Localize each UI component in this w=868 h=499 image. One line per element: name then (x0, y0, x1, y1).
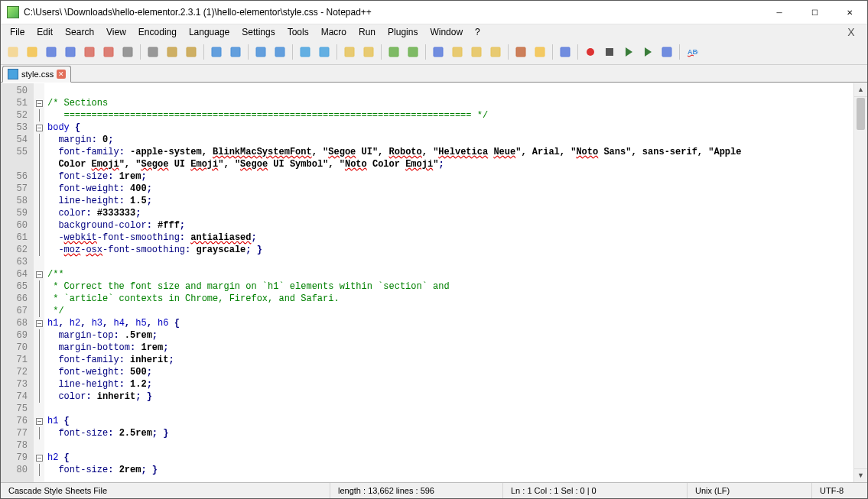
word-wrap-icon[interactable] (385, 43, 403, 61)
code-line[interactable]: font-family: inherit; (47, 354, 853, 366)
code-line[interactable]: h1, h2, h3, h4, h5, h6 { (47, 317, 853, 329)
code-line[interactable]: margin-bottom: 1rem; (47, 342, 853, 354)
replace-icon[interactable] (271, 43, 289, 61)
zoom-out-icon[interactable] (315, 43, 333, 61)
svg-rect-18 (389, 47, 398, 57)
record-macro-icon[interactable] (581, 43, 600, 61)
code-line[interactable]: ========================================… (47, 109, 853, 122)
code-line[interactable]: line-height: 1.2; (47, 378, 853, 390)
copy-icon[interactable] (163, 43, 181, 61)
minimize-button[interactable]: ─ (762, 1, 797, 24)
menu-edit[interactable]: Edit (31, 25, 59, 39)
status-encoding[interactable]: UTF-8 (812, 483, 868, 498)
fold-toggle-icon[interactable] (34, 122, 44, 134)
menu-plugins[interactable]: Plugins (382, 25, 424, 39)
cut-icon[interactable] (144, 43, 162, 61)
fold-toggle-icon[interactable] (34, 268, 44, 280)
code-line[interactable]: background-color: #fff; (47, 219, 853, 232)
code-line[interactable]: -webkit-font-smoothing: antialiased; (47, 232, 853, 244)
vertical-scrollbar[interactable]: ▲ ▼ (853, 83, 867, 482)
code-line[interactable]: margin: 0; (47, 134, 853, 146)
code-line[interactable]: font-size: 1rem; (47, 170, 853, 183)
file-tab[interactable]: style.css ✕ (2, 66, 71, 83)
code-line[interactable] (47, 403, 853, 415)
play-multi-icon[interactable] (639, 43, 657, 61)
folder-icon[interactable] (531, 43, 549, 61)
menu-help[interactable]: ? (469, 25, 486, 39)
play-macro-icon[interactable] (619, 43, 638, 61)
secondary-close-button[interactable]: X (840, 26, 867, 38)
open-file-icon[interactable] (23, 43, 41, 61)
stop-macro-icon[interactable] (600, 43, 619, 61)
menu-language[interactable]: Language (183, 25, 236, 39)
code-line[interactable]: font-family: -apple-system, BlinkMacSyst… (47, 146, 853, 170)
paste-icon[interactable] (182, 43, 200, 61)
menu-settings[interactable]: Settings (236, 25, 281, 39)
code-line[interactable]: font-size: 2rem; } (47, 464, 853, 476)
code-line[interactable]: * `article` contexts in Chrome, Firefox,… (47, 293, 853, 305)
code-line[interactable]: body { (47, 122, 853, 134)
fold-toggle-icon[interactable] (34, 317, 44, 329)
sync-h-icon[interactable] (359, 43, 378, 61)
spellcheck-icon[interactable]: ABC (683, 43, 701, 61)
code-line[interactable]: line-height: 1.5; (47, 195, 853, 207)
code-line[interactable]: color: #333333; (47, 207, 853, 219)
sync-v-icon[interactable] (340, 43, 359, 61)
menu-view[interactable]: View (100, 25, 132, 39)
save-icon[interactable] (42, 43, 60, 61)
zoom-in-icon[interactable] (296, 43, 314, 61)
fold-toggle-icon[interactable] (34, 415, 44, 427)
code-line[interactable]: h2 { (47, 452, 853, 464)
scroll-up-icon[interactable]: ▲ (854, 83, 867, 97)
svg-text:ABC: ABC (688, 48, 698, 56)
close-all-icon[interactable] (99, 43, 118, 61)
code-line[interactable]: color: inherit; } (47, 390, 853, 403)
menu-run[interactable]: Run (353, 25, 382, 39)
code-line[interactable]: font-weight: 400; (47, 183, 853, 195)
user-lang-icon[interactable] (448, 43, 467, 61)
scrollbar-thumb[interactable] (857, 98, 865, 130)
monitor-icon[interactable] (556, 43, 574, 61)
code-line[interactable] (47, 85, 853, 97)
menu-encoding[interactable]: Encoding (132, 25, 183, 39)
fold-empty (34, 256, 44, 268)
close-icon[interactable] (80, 43, 99, 61)
doc-list-icon[interactable] (486, 43, 505, 61)
code-line[interactable] (47, 256, 853, 268)
window-controls: ─ ☐ ✕ (762, 1, 867, 24)
menu-tools[interactable]: Tools (281, 25, 315, 39)
code-line[interactable]: font-weight: 500; (47, 366, 853, 378)
redo-icon[interactable] (226, 43, 245, 61)
find-icon[interactable] (252, 43, 270, 61)
maximize-button[interactable]: ☐ (797, 1, 832, 24)
print-icon[interactable] (119, 43, 137, 61)
code-line[interactable]: * Correct the font size and margin on `h… (47, 280, 853, 293)
menu-search[interactable]: Search (59, 25, 100, 39)
code-line[interactable] (47, 439, 853, 452)
code-editor[interactable]: /* Sections ============================… (44, 83, 853, 482)
fold-toggle-icon[interactable] (34, 97, 44, 109)
show-all-chars-icon[interactable] (404, 43, 422, 61)
code-line[interactable]: -moz-osx-font-smoothing: grayscale; } (47, 244, 853, 256)
code-line[interactable]: font-size: 2.5rem; } (47, 427, 853, 439)
doc-map-icon[interactable] (467, 43, 486, 61)
code-line[interactable]: h1 { (47, 415, 853, 427)
undo-icon[interactable] (207, 43, 226, 61)
menu-macro[interactable]: Macro (315, 25, 353, 39)
code-line[interactable]: /** (47, 268, 853, 280)
scroll-down-icon[interactable]: ▼ (854, 468, 867, 482)
function-list-icon[interactable] (512, 43, 530, 61)
code-line[interactable]: /* Sections (47, 97, 853, 109)
save-all-icon[interactable] (61, 43, 80, 61)
indent-guide-icon[interactable] (429, 43, 447, 61)
code-line[interactable]: */ (47, 305, 853, 317)
status-eol[interactable]: Unix (LF) (688, 483, 812, 498)
tab-close-icon[interactable]: ✕ (57, 70, 66, 79)
code-line[interactable]: margin-top: .5rem; (47, 329, 853, 342)
fold-toggle-icon[interactable] (34, 452, 44, 464)
new-file-icon[interactable] (4, 43, 22, 61)
close-window-button[interactable]: ✕ (832, 1, 867, 24)
save-macro-icon[interactable] (658, 43, 676, 61)
menu-file[interactable]: File (4, 25, 31, 39)
menu-window[interactable]: Window (424, 25, 469, 39)
